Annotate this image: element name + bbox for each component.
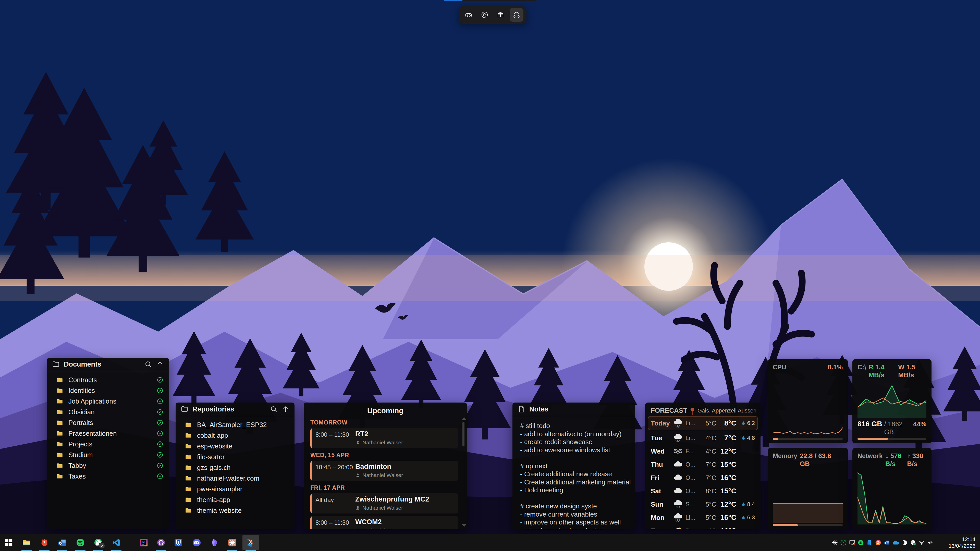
- list-item[interactable]: themia-website: [176, 505, 294, 516]
- scroll-down-icon[interactable]: [462, 524, 466, 527]
- list-item[interactable]: Praesentationen: [47, 428, 169, 439]
- temp-max: 8°C: [716, 419, 736, 427]
- forecast-row[interactable]: MonLi...5°C16°C6.3: [648, 511, 758, 524]
- list-item[interactable]: Portraits: [47, 417, 169, 428]
- vscode-taskbar-button[interactable]: [108, 534, 125, 551]
- list-item[interactable]: file-sorter: [176, 451, 294, 462]
- note-line: - Create additional new release: [520, 470, 627, 478]
- list-item[interactable]: Projects: [47, 439, 169, 449]
- forecast-row[interactable]: FriO...7°C16°C: [648, 471, 758, 484]
- list-item[interactable]: Obsidian: [47, 407, 169, 417]
- search-icon[interactable]: [270, 405, 278, 413]
- forecast-condition: P...: [686, 527, 698, 529]
- wifi-tray-icon[interactable]: [917, 534, 926, 551]
- arrow-up-icon[interactable]: [282, 405, 290, 413]
- discord-taskbar-button[interactable]: [188, 534, 205, 551]
- forecast-location[interactable]: Gais, Appenzell Ausserrhoden, S...: [697, 407, 756, 414]
- gamepad-toolbar-button[interactable]: [462, 8, 476, 22]
- list-item[interactable]: nathaniel-walser.com: [176, 473, 294, 484]
- scroll-up-icon[interactable]: [462, 417, 466, 420]
- note-line: - remove current variables: [520, 510, 627, 519]
- file-explorer-taskbar-button[interactable]: [18, 534, 35, 551]
- note-file-icon: [517, 405, 525, 413]
- temp-min: 8°C: [702, 487, 716, 495]
- obsidian-taskbar-button[interactable]: [206, 534, 223, 551]
- list-item[interactable]: Job Applications: [47, 396, 169, 407]
- list-item[interactable]: pwa-airsampler: [176, 484, 294, 494]
- check-circle-icon: [157, 441, 163, 448]
- upcoming-widget: Upcoming TOMORROW8:00 – 11:30RT2Nathanie…: [304, 403, 467, 529]
- droplet-icon: [741, 435, 746, 441]
- list-item[interactable]: BA_AirSampler_ESP32: [176, 419, 294, 430]
- outlook-taskbar-button[interactable]: [54, 534, 71, 551]
- weather-rain-icon: [673, 433, 686, 442]
- spotify-taskbar-button[interactable]: [72, 534, 89, 551]
- list-item[interactable]: esp-website: [176, 441, 294, 451]
- running-indicator: [39, 550, 49, 551]
- list-item[interactable]: Taxes: [47, 471, 169, 482]
- bitwarden-taskbar-button[interactable]: [170, 534, 187, 551]
- glance-taskbar-button[interactable]: [224, 534, 241, 551]
- arrow-up-icon[interactable]: [156, 360, 164, 368]
- note-line: [520, 454, 627, 462]
- brave-taskbar-button[interactable]: [36, 534, 53, 551]
- forecast-row[interactable]: TueP...4°C16°C: [648, 524, 758, 529]
- forecast-row[interactable]: TodayLi...5°C8°C6.2: [648, 416, 758, 430]
- display-off-tray-icon[interactable]: [848, 534, 856, 551]
- list-item[interactable]: Identities: [47, 385, 169, 396]
- whatsapp-tray-icon[interactable]: [839, 534, 848, 551]
- snip-taskbar-button[interactable]: [242, 534, 259, 551]
- scrollbar-thumb[interactable]: [463, 422, 465, 446]
- forecast-row[interactable]: TueLi...4°C7°C4.8: [648, 431, 758, 445]
- cpu-progress: [773, 438, 843, 440]
- github-taskbar-button[interactable]: [153, 534, 169, 551]
- location-pin-icon: [690, 407, 695, 414]
- event-card[interactable]: 8:00 – 11:30RT2Nathaniel Walser: [310, 428, 458, 448]
- temp-min: 4°C: [702, 434, 716, 442]
- forecast-row[interactable]: WedF...4°C12°C: [648, 445, 758, 458]
- folder-icon: [56, 451, 63, 458]
- spotify-tray-icon[interactable]: [856, 534, 865, 551]
- disk-used: 816 GB: [858, 420, 882, 428]
- network-chart: [858, 470, 926, 524]
- note-line: - Create additional marketing material: [520, 478, 627, 486]
- list-item[interactable]: Studium: [47, 449, 169, 460]
- list-item[interactable]: Tabby: [47, 460, 169, 471]
- rider-taskbar-button[interactable]: RD: [135, 534, 152, 551]
- start-taskbar-button[interactable]: [0, 534, 17, 551]
- starburst-tray-icon[interactable]: [830, 534, 839, 551]
- taskbar-clock[interactable]: 12:14 13/04/2026: [935, 536, 980, 549]
- settings-orange-tray-icon[interactable]: [874, 534, 883, 551]
- headphones-toolbar-button[interactable]: [510, 8, 523, 22]
- volume-tray-icon[interactable]: [926, 534, 935, 551]
- event-card[interactable]: 8:00 – 11:30WCOM2Nathaniel Walser: [310, 516, 458, 529]
- event-card[interactable]: All dayZwischenprüfung MC2Nathaniel Wals…: [310, 493, 458, 513]
- disk-chart: [858, 381, 926, 418]
- list-item[interactable]: cobalt-app: [176, 430, 294, 441]
- upcoming-scrollbar[interactable]: [461, 417, 465, 527]
- forecast-day: Today: [651, 419, 673, 427]
- list-item[interactable]: gzs-gais.ch: [176, 462, 294, 473]
- list-item[interactable]: themia-app: [176, 494, 294, 505]
- event-card[interactable]: 18:45 – 20:00BadmintonNathaniel Walser: [310, 461, 458, 481]
- forecast-condition: Li...: [686, 420, 698, 427]
- item-label: cobalt-app: [197, 432, 289, 440]
- palette-toolbar-button[interactable]: [478, 8, 492, 22]
- briefcase-toolbar-button[interactable]: [493, 8, 508, 22]
- search-icon[interactable]: [145, 360, 152, 368]
- onedrive-tray-icon[interactable]: [891, 534, 900, 551]
- notes-content[interactable]: # still todo- add to alternative.to (on …: [512, 416, 635, 529]
- d-app-tray-icon[interactable]: [900, 534, 908, 551]
- notes-header: Notes: [512, 403, 635, 416]
- phone-tray-icon[interactable]: [865, 534, 874, 551]
- clock-date: 13/04/2026: [937, 543, 975, 549]
- forecast-row[interactable]: SatO...8°C15°C: [648, 484, 758, 498]
- temp-min: 4°C: [702, 448, 716, 455]
- whatsapp-taskbar-button[interactable]: 2: [90, 534, 107, 551]
- security-tray-icon[interactable]: [908, 534, 917, 551]
- forecast-row[interactable]: SunS...5°C12°C8.4: [648, 498, 758, 511]
- outlook-tray-icon[interactable]: [883, 534, 891, 551]
- list-item[interactable]: Contracts: [47, 375, 169, 385]
- forecast-row[interactable]: ThuO...7°C15°C: [648, 458, 758, 471]
- event-title: Badminton: [355, 463, 403, 471]
